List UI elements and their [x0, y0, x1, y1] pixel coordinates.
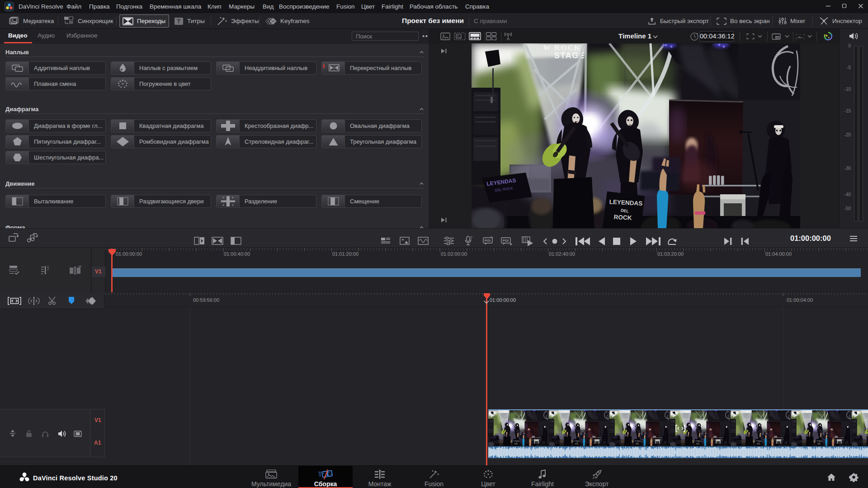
- svg-text:HQ: HQ: [776, 37, 779, 39]
- svg-text:POI: POI: [485, 239, 491, 243]
- svg-text:POI: POI: [503, 239, 509, 243]
